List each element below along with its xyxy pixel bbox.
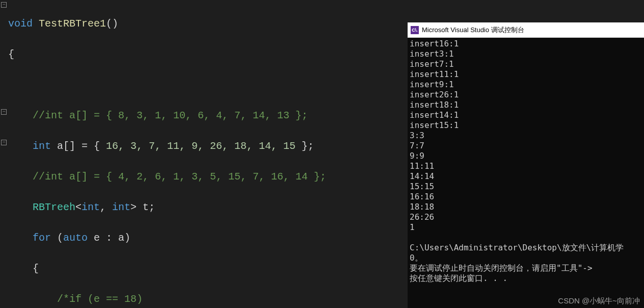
- function-name: TestRBTree1: [33, 18, 106, 30]
- fold-minus-icon[interactable]: −: [1, 109, 7, 115]
- watermark-text: CSDN @小蜗牛~向前冲: [558, 296, 640, 306]
- keyword-auto: auto: [63, 232, 88, 244]
- console-title: Microsoft Visual Studio 调试控制台: [422, 25, 524, 35]
- brace-open: {: [8, 263, 39, 274]
- code-content[interactable]: void TestRBTree1() { //int a[] = { 8, 3,…: [8, 1, 369, 308]
- comment-block: /*if (e == 18): [8, 293, 143, 305]
- parens: (): [106, 18, 118, 30]
- debug-console-window[interactable]: C\. Microsoft Visual Studio 调试控制台 insert…: [408, 22, 644, 308]
- keyword-for: for: [8, 232, 51, 244]
- vs-icon: C\.: [411, 26, 419, 34]
- fold-minus-icon[interactable]: −: [1, 2, 7, 8]
- type-name: RBTreeh: [8, 201, 75, 213]
- number-list: 16, 3, 7, 11, 9, 26, 18, 14, 15: [106, 140, 296, 152]
- fold-minus-icon[interactable]: −: [1, 140, 7, 145]
- console-titlebar[interactable]: C\. Microsoft Visual Studio 调试控制台: [408, 22, 644, 38]
- code-editor[interactable]: − − − void TestRBTree1() { //int a[] = {…: [0, 0, 408, 308]
- comment: //int a[] = { 8, 3, 1, 10, 6, 4, 7, 14, …: [8, 110, 308, 121]
- keyword-int: int: [8, 140, 51, 152]
- editor-gutter: − − −: [0, 0, 8, 308]
- keyword-void: void: [8, 18, 33, 30]
- console-output[interactable]: insert16:1 insert3:1 insert7:1 insert11:…: [408, 38, 644, 285]
- brace-open: {: [8, 48, 14, 60]
- comment: //int a[] = { 4, 2, 6, 1, 3, 5, 15, 7, 1…: [8, 171, 326, 183]
